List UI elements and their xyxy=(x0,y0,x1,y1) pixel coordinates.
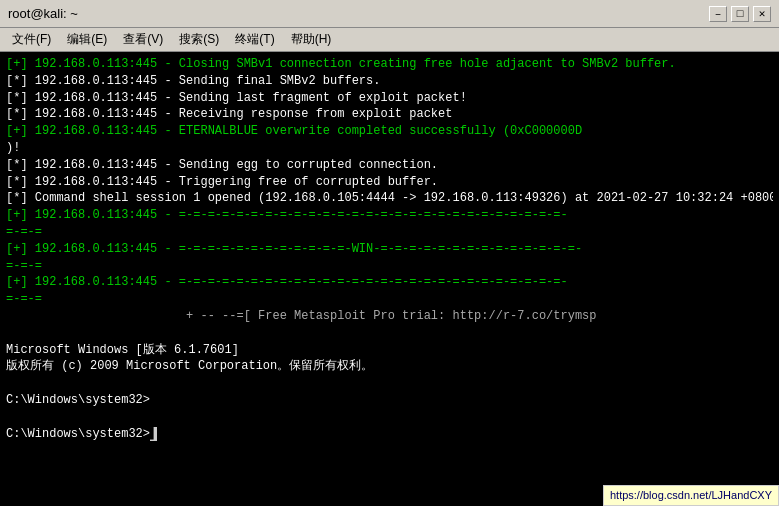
terminal-output[interactable]: [+] 192.168.0.113:445 - Closing SMBv1 co… xyxy=(0,52,779,506)
terminal-line: [*] 192.168.0.113:445 - Sending final SM… xyxy=(6,73,773,90)
terminal-line: [*] 192.168.0.113:445 - Sending egg to c… xyxy=(6,157,773,174)
terminal-line: Microsoft Windows [版本 6.1.7601] xyxy=(6,342,773,359)
terminal-line: [+] 192.168.0.113:445 - =-=-=-=-=-=-=-=-… xyxy=(6,274,773,291)
terminal-line xyxy=(6,325,773,342)
window-title: root@kali: ~ xyxy=(8,6,78,21)
terminal-line: )! xyxy=(6,140,773,157)
terminal-line: =-=-= xyxy=(6,224,773,241)
title-bar: root@kali: ~ – □ ✕ xyxy=(0,0,779,28)
menu-bar: 文件(F) 编辑(E) 查看(V) 搜索(S) 终端(T) 帮助(H) xyxy=(0,28,779,52)
terminal-line: C:\Windows\system32>▌ xyxy=(6,426,773,443)
menu-search[interactable]: 搜索(S) xyxy=(171,29,227,50)
terminal-line: =-=-= xyxy=(6,258,773,275)
url-tooltip: https://blog.csdn.net/LJHandCXY xyxy=(603,485,779,506)
menu-file[interactable]: 文件(F) xyxy=(4,29,59,50)
terminal-line: [+] 192.168.0.113:445 - ETERNALBLUE over… xyxy=(6,123,773,140)
terminal-line xyxy=(6,409,773,426)
terminal-line: =-=-= xyxy=(6,291,773,308)
terminal-line: [*] 192.168.0.113:445 - Triggering free … xyxy=(6,174,773,191)
window-controls: – □ ✕ xyxy=(709,6,771,22)
terminal-line: [+] 192.168.0.113:445 - =-=-=-=-=-=-=-=-… xyxy=(6,241,773,258)
maximize-button[interactable]: □ xyxy=(731,6,749,22)
terminal-scroll: [+] 192.168.0.113:445 - Closing SMBv1 co… xyxy=(6,56,773,502)
terminal-line: [*] 192.168.0.113:445 - Receiving respon… xyxy=(6,106,773,123)
terminal-line: + -- --=[ Free Metasploit Pro trial: htt… xyxy=(6,308,773,325)
minimize-button[interactable]: – xyxy=(709,6,727,22)
terminal-line: [*] 192.168.0.113:445 - Sending last fra… xyxy=(6,90,773,107)
terminal-line: [+] 192.168.0.113:445 - =-=-=-=-=-=-=-=-… xyxy=(6,207,773,224)
terminal-line: C:\Windows\system32> xyxy=(6,392,773,409)
close-button[interactable]: ✕ xyxy=(753,6,771,22)
terminal-line xyxy=(6,375,773,392)
terminal-window: root@kali: ~ – □ ✕ 文件(F) 编辑(E) 查看(V) 搜索(… xyxy=(0,0,779,506)
terminal-line: 版权所有 (c) 2009 Microsoft Corporation。保留所有… xyxy=(6,358,773,375)
terminal-line: [+] 192.168.0.113:445 - Closing SMBv1 co… xyxy=(6,56,773,73)
terminal-line: [*] Command shell session 1 opened (192.… xyxy=(6,190,773,207)
menu-help[interactable]: 帮助(H) xyxy=(283,29,340,50)
menu-terminal[interactable]: 终端(T) xyxy=(227,29,282,50)
menu-view[interactable]: 查看(V) xyxy=(115,29,171,50)
menu-edit[interactable]: 编辑(E) xyxy=(59,29,115,50)
